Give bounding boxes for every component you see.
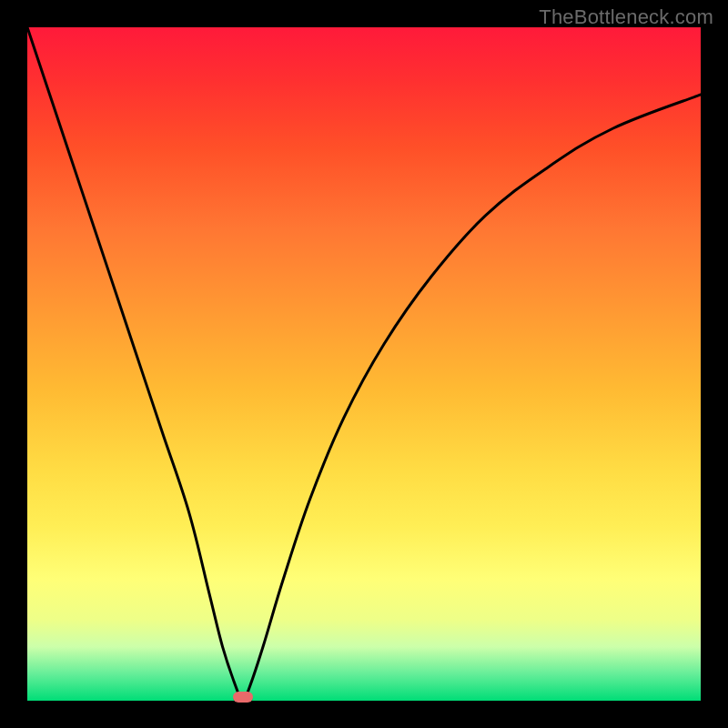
plot-area [27, 27, 701, 701]
watermark-text: TheBottleneck.com [539, 5, 713, 29]
bottleneck-curve [27, 27, 701, 701]
curve-svg [27, 27, 701, 701]
chart-frame: TheBottleneck.com [0, 0, 728, 728]
minimum-marker [233, 692, 253, 703]
